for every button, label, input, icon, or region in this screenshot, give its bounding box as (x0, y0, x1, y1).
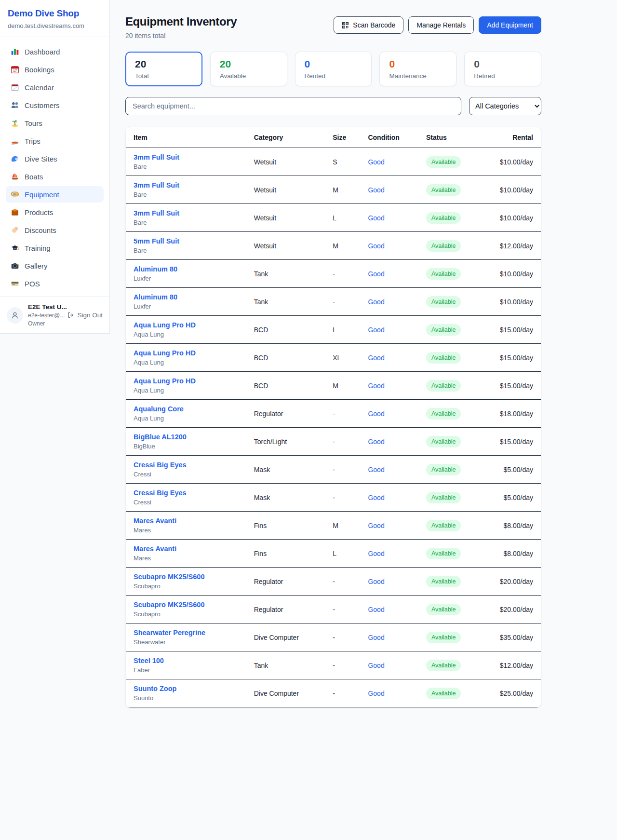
scan-barcode-button[interactable]: Scan Barcode (334, 16, 403, 34)
status-badge: Available (426, 352, 461, 364)
item-name-link[interactable]: 3mm Full Suit (134, 209, 239, 217)
rental-price: $8.00/day (481, 512, 541, 540)
condition-link[interactable]: Good (368, 606, 384, 613)
sidebar-item-pos[interactable]: POS (6, 275, 104, 292)
stat-card-total[interactable]: 20 Total (125, 52, 202, 86)
condition-link[interactable]: Good (368, 438, 384, 446)
condition-link[interactable]: Good (368, 410, 384, 418)
condition-link[interactable]: Good (368, 466, 384, 474)
item-brand: Shearwater (134, 638, 239, 646)
item-size: M (325, 232, 360, 260)
sidebar-item-gallery[interactable]: Gallery (6, 257, 104, 274)
user-meta: E2E Test U... e2e-tester@... Owner (28, 303, 62, 327)
item-size: M (325, 372, 360, 400)
item-name-link[interactable]: Scubapro MK25/S600 (134, 573, 239, 581)
status-badge: Available (426, 324, 461, 336)
condition-link[interactable]: Good (368, 214, 384, 222)
sidebar-item-dashboard[interactable]: Dashboard (6, 43, 104, 60)
item-name-link[interactable]: Aqua Lung Pro HD (134, 321, 239, 329)
sidebar-item-dive-sites[interactable]: Dive Sites (6, 150, 104, 167)
condition-link[interactable]: Good (368, 298, 384, 306)
add-equipment-button[interactable]: Add Equipment (479, 16, 541, 34)
item-name-link[interactable]: Suunto Zoop (134, 685, 239, 692)
item-name-link[interactable]: Cressi Big Eyes (134, 461, 239, 469)
item-size: - (325, 679, 360, 707)
condition-link[interactable]: Good (368, 326, 384, 334)
stat-value: 20 (220, 58, 278, 70)
search-input[interactable] (125, 97, 461, 115)
stat-card-retired[interactable]: 0 Retired (464, 52, 541, 86)
condition-link[interactable]: Good (368, 634, 384, 641)
item-brand: Aqua Lung (134, 387, 239, 394)
sidebar-item-label: Dive Sites (25, 155, 57, 163)
stat-card-rented[interactable]: 0 Rented (295, 52, 372, 86)
sidebar-item-customers[interactable]: Customers (6, 97, 104, 113)
status-badge: Available (426, 240, 461, 252)
item-name-link[interactable]: Cressi Big Eyes (134, 489, 239, 497)
status-badge: Available (426, 632, 461, 643)
item-size: - (325, 260, 360, 288)
condition-link[interactable]: Good (368, 186, 384, 194)
condition-link[interactable]: Good (368, 662, 384, 669)
sidebar-item-label: Trips (25, 137, 40, 145)
table-row: 3mm Full Suit Bare Wetsuit L Good Availa… (126, 204, 541, 232)
sign-out-button[interactable]: Sign Out (67, 312, 103, 319)
item-name-link[interactable]: Aluminum 80 (134, 293, 239, 301)
sidebar-item-training[interactable]: Training (6, 240, 104, 256)
sidebar-item-bookings[interactable]: 17 Bookings (6, 61, 104, 78)
sidebar-nav: Dashboard 17 Bookings Calendar Customers… (0, 37, 109, 297)
item-name-link[interactable]: Steel 100 (134, 657, 239, 664)
sidebar-item-equipment[interactable]: Equipment (6, 186, 104, 203)
condition-link[interactable]: Good (368, 550, 384, 557)
condition-link[interactable]: Good (368, 690, 384, 697)
condition-link[interactable]: Good (368, 270, 384, 278)
rental-price: $18.00/day (481, 400, 541, 428)
item-size: M (325, 512, 360, 540)
stat-label: Total (135, 72, 193, 80)
condition-link[interactable]: Good (368, 522, 384, 529)
item-name-link[interactable]: Shearwater Peregrine (134, 629, 239, 637)
status-badge: Available (426, 576, 461, 587)
item-name-link[interactable]: Aluminum 80 (134, 265, 239, 273)
item-name-link[interactable]: 3mm Full Suit (134, 153, 239, 161)
item-brand: BigBlue (134, 443, 239, 450)
sidebar-item-label: Customers (25, 101, 60, 109)
condition-link[interactable]: Good (368, 578, 384, 585)
stat-value: 0 (305, 58, 362, 70)
category-select[interactable]: All Categories (469, 97, 541, 115)
rental-price: $12.00/day (481, 651, 541, 679)
rental-price: $10.00/day (481, 148, 541, 176)
condition-link[interactable]: Good (368, 494, 384, 501)
item-name-link[interactable]: Mares Avanti (134, 517, 239, 525)
condition-link[interactable]: Good (368, 242, 384, 250)
sidebar-item-icon (11, 190, 19, 199)
item-category: BCD (246, 316, 325, 344)
status-badge: Available (426, 268, 461, 280)
sidebar-item-tours[interactable]: Tours (6, 115, 104, 131)
status-badge: Available (426, 688, 461, 699)
item-name-link[interactable]: BigBlue AL1200 (134, 433, 239, 441)
sidebar-item-trips[interactable]: Trips (6, 133, 104, 149)
sidebar-item-boats[interactable]: Boats (6, 168, 104, 185)
stat-card-available[interactable]: 20 Available (210, 52, 287, 86)
item-name-link[interactable]: 3mm Full Suit (134, 181, 239, 189)
item-name-link[interactable]: Mares Avanti (134, 545, 239, 553)
manage-rentals-button[interactable]: Manage Rentals (408, 16, 474, 34)
condition-link[interactable]: Good (368, 158, 384, 166)
rental-price: $25.00/day (481, 679, 541, 707)
item-category: Torch/Light (246, 428, 325, 456)
item-name-link[interactable]: 5mm Full Suit (134, 237, 239, 245)
stat-card-maintenance[interactable]: 0 Maintenance (379, 52, 456, 86)
table-row: Scubapro MK25/S600 Scubapro Regulator - … (126, 596, 541, 623)
item-name-link[interactable]: Aqua Lung Pro HD (134, 349, 239, 357)
item-name-link[interactable]: Aqua Lung Pro HD (134, 377, 239, 385)
condition-link[interactable]: Good (368, 382, 384, 390)
sidebar-item-discounts[interactable]: Discounts (6, 222, 104, 238)
sidebar-item-calendar[interactable]: Calendar (6, 79, 104, 95)
item-category: Tank (246, 288, 325, 316)
stat-label: Retired (474, 72, 532, 80)
item-name-link[interactable]: Aqualung Core (134, 405, 239, 413)
condition-link[interactable]: Good (368, 354, 384, 362)
item-name-link[interactable]: Scubapro MK25/S600 (134, 601, 239, 609)
sidebar-item-products[interactable]: Products (6, 204, 104, 220)
